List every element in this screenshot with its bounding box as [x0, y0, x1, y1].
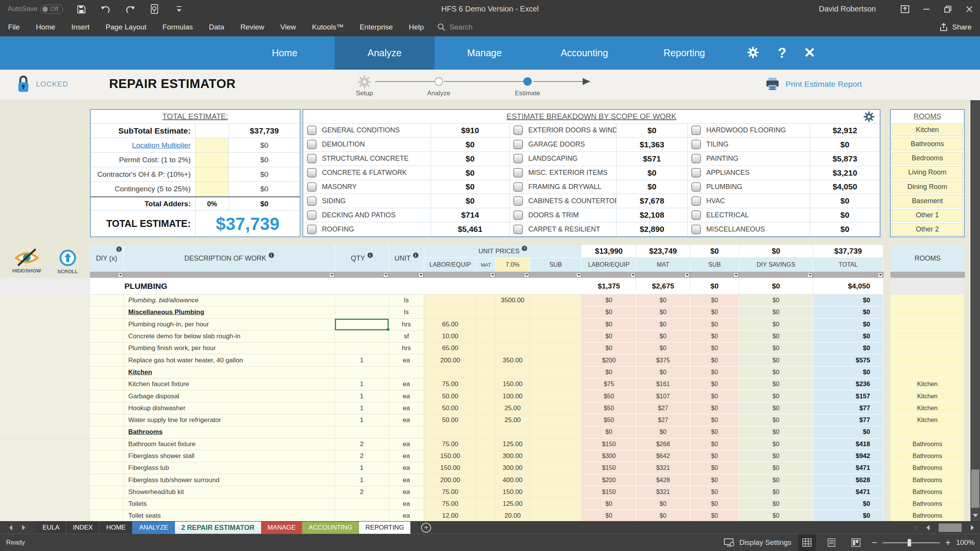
qty-cell[interactable]: 1: [335, 403, 389, 414]
header-sub[interactable]: SUB: [690, 258, 739, 272]
labor-unit-price-cell[interactable]: 75.00: [424, 486, 477, 498]
hide-show-button[interactable]: HIDE/SHOW: [12, 248, 41, 274]
room-cell[interactable]: [890, 342, 965, 354]
qty-cell[interactable]: 2: [335, 486, 389, 498]
diy-cell[interactable]: [90, 426, 124, 438]
mat-flag-cell[interactable]: [477, 295, 496, 306]
description-cell[interactable]: Miscellaneous Plumbing: [124, 306, 335, 318]
vertical-scrollbar-thumb[interactable]: [971, 469, 979, 508]
diy-cell[interactable]: [90, 498, 124, 510]
labor-unit-price-cell[interactable]: [424, 367, 477, 378]
unit-cell[interactable]: ea: [389, 450, 424, 462]
scope-checkbox[interactable]: [691, 210, 701, 220]
diy-cell[interactable]: [90, 367, 124, 378]
mat-flag-cell[interactable]: [477, 474, 496, 486]
sub-unit-price-cell[interactable]: [530, 426, 582, 438]
filter-dropdown-button[interactable]: [684, 272, 689, 277]
menu-item[interactable]: Data: [201, 23, 232, 31]
restore-button[interactable]: [937, 0, 959, 18]
room-cell[interactable]: Bathrooms: [890, 474, 965, 486]
scope-checkbox[interactable]: [307, 196, 317, 206]
redo-button[interactable]: [124, 3, 137, 16]
header-labor[interactable]: LABOR/EQUIP: [582, 258, 636, 272]
search-input[interactable]: Search: [437, 23, 472, 31]
diy-cell[interactable]: [90, 342, 124, 354]
diy-cell[interactable]: [90, 354, 124, 366]
print-preview-button[interactable]: [148, 3, 161, 16]
mat-unit-price-cell[interactable]: 300.00: [496, 450, 530, 462]
sheet-tab[interactable]: REPORTING: [359, 522, 411, 534]
diy-cell[interactable]: [90, 390, 124, 402]
mat-unit-price-cell[interactable]: [496, 331, 530, 342]
labor-unit-price-cell[interactable]: 150.00: [424, 462, 477, 474]
qty-cell[interactable]: 2: [335, 439, 389, 450]
mat-flag-cell[interactable]: [477, 486, 496, 498]
diy-cell[interactable]: [90, 319, 124, 331]
header-unit-sub[interactable]: SUB: [530, 258, 582, 272]
adder-input-cell[interactable]: [195, 153, 229, 167]
scope-checkbox[interactable]: [691, 168, 701, 178]
zoom-slider[interactable]: [882, 542, 940, 543]
mat-unit-price-cell[interactable]: 300.00: [496, 462, 530, 474]
sub-unit-price-cell[interactable]: [530, 367, 582, 378]
labor-unit-price-cell[interactable]: [424, 306, 477, 318]
qty-cell[interactable]: [335, 426, 389, 438]
scope-checkbox[interactable]: [307, 154, 317, 163]
menu-item[interactable]: View: [272, 23, 304, 31]
description-cell[interactable]: Bathrooms: [124, 426, 335, 438]
unit-cell[interactable]: ea: [389, 498, 424, 510]
qty-cell[interactable]: 1: [335, 390, 389, 402]
menu-item[interactable]: Enterprise: [351, 23, 401, 31]
qty-cell[interactable]: [335, 342, 389, 354]
mat-unit-price-cell[interactable]: 400.00: [496, 474, 530, 486]
unit-cell[interactable]: [389, 367, 424, 378]
filter-dropdown-button[interactable]: [630, 272, 635, 277]
header-unit-mat[interactable]: MAT: [477, 258, 496, 272]
adder-input-cell[interactable]: [195, 167, 229, 181]
diy-cell[interactable]: [90, 439, 124, 450]
unit-cell[interactable]: ea: [389, 403, 424, 414]
header-rooms[interactable]: ROOMS: [890, 245, 965, 272]
scope-checkbox[interactable]: [513, 210, 523, 220]
menu-item[interactable]: Kutools™: [304, 23, 351, 31]
qty-cell[interactable]: 1: [335, 354, 389, 366]
labor-unit-price-cell[interactable]: 50.00: [424, 390, 477, 402]
filter-dropdown-button[interactable]: [418, 272, 423, 277]
print-estimate-report-button[interactable]: Print Estimate Report: [766, 77, 862, 91]
sub-unit-price-cell[interactable]: [530, 498, 582, 510]
mat-flag-cell[interactable]: [477, 390, 496, 402]
sheet-nav-left-button[interactable]: [9, 525, 12, 530]
mat-flag-cell[interactable]: [477, 403, 496, 414]
filter-dropdown-button[interactable]: [490, 272, 495, 277]
room-button[interactable]: Other 1: [892, 209, 963, 222]
horizontal-scrollbar-thumb[interactable]: [939, 523, 962, 532]
scope-checkbox[interactable]: [307, 140, 317, 149]
undo-button[interactable]: [99, 3, 112, 16]
unit-cell[interactable]: ea: [389, 354, 424, 366]
unit-cell[interactable]: hrs: [389, 342, 424, 354]
mat-flag-cell[interactable]: [477, 319, 496, 331]
qty-cell[interactable]: [335, 331, 389, 342]
filter-dropdown-button[interactable]: [878, 272, 883, 277]
header-diy-savings[interactable]: DIY SAVINGS: [739, 258, 813, 272]
room-button[interactable]: Dining Room: [892, 181, 963, 193]
diy-cell[interactable]: [90, 295, 124, 306]
room-button[interactable]: Basement: [892, 195, 963, 207]
description-cell[interactable]: Fiberglass shower stall: [124, 450, 335, 462]
nav-tab[interactable]: Analyze: [335, 36, 434, 70]
description-cell[interactable]: Water supply line for refrigerator: [124, 414, 335, 426]
qty-cell[interactable]: [335, 367, 389, 378]
mat-flag-cell[interactable]: [477, 498, 496, 510]
filter-dropdown-button[interactable]: [807, 272, 812, 277]
sub-unit-price-cell[interactable]: [530, 306, 582, 318]
scope-checkbox[interactable]: [691, 140, 701, 149]
sheet-nav-right-button[interactable]: [22, 525, 25, 530]
description-cell[interactable]: Plumbing rough-in, per hour: [124, 319, 335, 331]
labor-unit-price-cell[interactable]: 50.00: [424, 414, 477, 426]
sub-unit-price-cell[interactable]: [530, 378, 582, 390]
sub-unit-price-cell[interactable]: [530, 450, 582, 462]
diy-cell[interactable]: [90, 450, 124, 462]
header-tax-rate-cell[interactable]: 7.0%: [496, 258, 530, 272]
sheet-tab[interactable]: ACCOUNTING: [302, 522, 359, 534]
scope-checkbox[interactable]: [307, 182, 317, 192]
